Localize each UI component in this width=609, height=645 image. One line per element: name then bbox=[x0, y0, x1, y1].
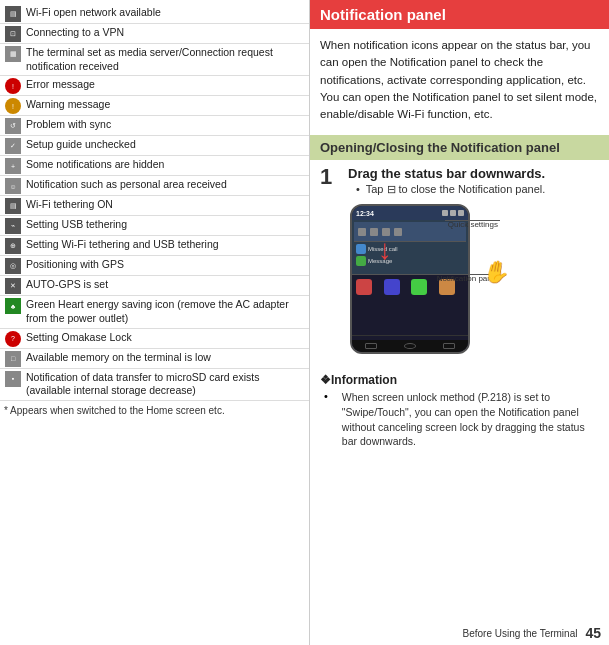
row-text-6: Setup guide unchecked bbox=[24, 137, 307, 153]
notif-item-icon bbox=[356, 244, 366, 254]
icon-cell-17: ▪ bbox=[2, 370, 24, 387]
qs-annotation-line bbox=[445, 220, 500, 221]
icon-cell-15: ? bbox=[2, 330, 24, 347]
bullet-icon: • bbox=[356, 183, 360, 195]
phone-status-bar: 12:34 bbox=[352, 206, 468, 220]
icon-cell-3: ! bbox=[2, 77, 24, 94]
red-arrow-icon: ↓ bbox=[378, 234, 392, 266]
right-column: Notification panel When notification ico… bbox=[310, 0, 609, 645]
phone-illustration: 12:34 bbox=[320, 204, 500, 359]
status-icon-wifi-usb: ⊕ bbox=[5, 238, 21, 254]
status-icon-memory: □ bbox=[5, 351, 21, 367]
info-text: When screen unlock method (P.218) is set… bbox=[342, 390, 599, 449]
row-text-5: Problem with sync bbox=[24, 117, 307, 133]
footer-label: Before Using the Terminal bbox=[463, 628, 578, 639]
status-icon-3 bbox=[458, 210, 464, 216]
step-content: Drag the status bar downwards. • Tap ⊟ t… bbox=[348, 166, 599, 196]
row-text-3: Error message bbox=[24, 77, 307, 93]
icon-row-8: ☺Notification such as personal area rece… bbox=[0, 176, 309, 196]
row-text-12: Positioning with GPS bbox=[24, 257, 307, 273]
status-icon-omakase: ? bbox=[5, 331, 21, 347]
status-icon-terminal: ▦ bbox=[5, 46, 21, 62]
status-icon-green: ♣ bbox=[5, 298, 21, 314]
icon-row-4: !Warning message bbox=[0, 96, 309, 116]
nav-home bbox=[404, 343, 416, 349]
row-text-17: Notification of data transfer to microSD… bbox=[24, 370, 307, 399]
status-icon-vpn: ⊡ bbox=[5, 26, 21, 42]
icon-row-1: ⊡Connecting to a VPN bbox=[0, 24, 309, 44]
row-text-11: Setting Wi-Fi tethering and USB tetherin… bbox=[24, 237, 307, 253]
icon-row-3: !Error message bbox=[0, 76, 309, 96]
notif-item-1: Missed call bbox=[356, 244, 464, 254]
icon-cell-10: ⌁ bbox=[2, 217, 24, 234]
notif-item-2: Message bbox=[356, 256, 464, 266]
icon-cell-7: + bbox=[2, 157, 24, 174]
row-text-2: The terminal set as media server/Connect… bbox=[24, 45, 307, 74]
notification-panel-body: When notification icons appear on the st… bbox=[310, 29, 609, 131]
icon-cell-11: ⊕ bbox=[2, 237, 24, 254]
icon-row-9: ▤Wi-Fi tethering ON bbox=[0, 196, 309, 216]
icon-cell-4: ! bbox=[2, 97, 24, 114]
info-bullet-icon: • bbox=[324, 390, 328, 402]
qs-icon-1 bbox=[358, 228, 366, 236]
icon-row-15: ?Setting Omakase Lock bbox=[0, 329, 309, 349]
opening-closing-header: Opening/Closing the Notification panel bbox=[310, 135, 609, 160]
row-text-1: Connecting to a VPN bbox=[24, 25, 307, 41]
status-icon-wifi: ▤ bbox=[5, 6, 21, 22]
phone-status-icons bbox=[442, 210, 464, 216]
status-icon-sync: ↺ bbox=[5, 118, 21, 134]
app-icon-2 bbox=[384, 279, 400, 295]
step-number: 1 bbox=[320, 166, 344, 188]
icon-cell-1: ⊡ bbox=[2, 25, 24, 42]
quick-settings-label: Quick settings bbox=[448, 220, 498, 229]
icon-cell-14: ♣ bbox=[2, 297, 24, 314]
icon-row-14: ♣Green Heart energy saving icon (remove … bbox=[0, 296, 309, 328]
icon-row-10: ⌁Setting USB tethering bbox=[0, 216, 309, 236]
icon-row-11: ⊕Setting Wi-Fi tethering and USB tetheri… bbox=[0, 236, 309, 256]
page-number: 45 bbox=[585, 625, 601, 641]
icon-row-0: ▤Wi-Fi open network available bbox=[0, 4, 309, 24]
phone-nav-bar bbox=[352, 340, 468, 352]
step-1-row: 1 Drag the status bar downwards. • Tap ⊟… bbox=[320, 166, 599, 196]
info-title: ❖Information bbox=[320, 373, 599, 387]
icon-cell-13: ✕ bbox=[2, 277, 24, 294]
app-icon-3 bbox=[411, 279, 427, 295]
hand-icon: ✋ bbox=[481, 257, 512, 287]
info-bullet-row: • When screen unlock method (P.218) is s… bbox=[320, 390, 599, 449]
status-icon-usb: ⌁ bbox=[5, 218, 21, 234]
qs-icon-2 bbox=[370, 228, 378, 236]
icon-row-7: +Some notifications are hidden bbox=[0, 156, 309, 176]
page-footer: Before Using the Terminal 45 bbox=[463, 625, 601, 641]
row-text-4: Warning message bbox=[24, 97, 307, 113]
icon-row-17: ▪Notification of data transfer to microS… bbox=[0, 369, 309, 401]
row-text-7: Some notifications are hidden bbox=[24, 157, 307, 173]
icon-cell-8: ☺ bbox=[2, 177, 24, 194]
row-text-16: Available memory on the terminal is low bbox=[24, 350, 307, 366]
left-column: ▤Wi-Fi open network available⊡Connecting… bbox=[0, 0, 310, 645]
icon-cell-0: ▤ bbox=[2, 5, 24, 22]
step-title: Drag the status bar downwards. bbox=[348, 166, 599, 181]
icon-cell-16: □ bbox=[2, 350, 24, 367]
icon-cell-9: ▤ bbox=[2, 197, 24, 214]
status-icon-setup: ✓ bbox=[5, 138, 21, 154]
status-icon-1 bbox=[442, 210, 448, 216]
row-text-0: Wi-Fi open network available bbox=[24, 5, 307, 21]
icon-row-16: □Available memory on the terminal is low bbox=[0, 349, 309, 369]
app-icon-1 bbox=[356, 279, 372, 295]
notification-panel-header: Notification panel bbox=[310, 0, 609, 29]
status-icon-microsd: ▪ bbox=[5, 371, 21, 387]
status-icon-personal: ☺ bbox=[5, 178, 21, 194]
icon-row-6: ✓Setup guide unchecked bbox=[0, 136, 309, 156]
icon-cell-6: ✓ bbox=[2, 137, 24, 154]
row-text-8: Notification such as personal area recei… bbox=[24, 177, 307, 193]
icon-cell-2: ▦ bbox=[2, 45, 24, 62]
status-icon-auto-gps: ✕ bbox=[5, 278, 21, 294]
row-text-13: AUTO-GPS is set bbox=[24, 277, 307, 293]
info-section: ❖Information • When screen unlock method… bbox=[310, 367, 609, 455]
status-icon-gps: ◎ bbox=[5, 258, 21, 274]
notif-item-icon-2 bbox=[356, 256, 366, 266]
row-text-15: Setting Omakase Lock bbox=[24, 330, 307, 346]
step-sub: • Tap ⊟ to close the Notification panel. bbox=[356, 183, 599, 196]
icon-row-12: ◎Positioning with GPS bbox=[0, 256, 309, 276]
step-section: 1 Drag the status bar downwards. • Tap ⊟… bbox=[310, 166, 609, 196]
